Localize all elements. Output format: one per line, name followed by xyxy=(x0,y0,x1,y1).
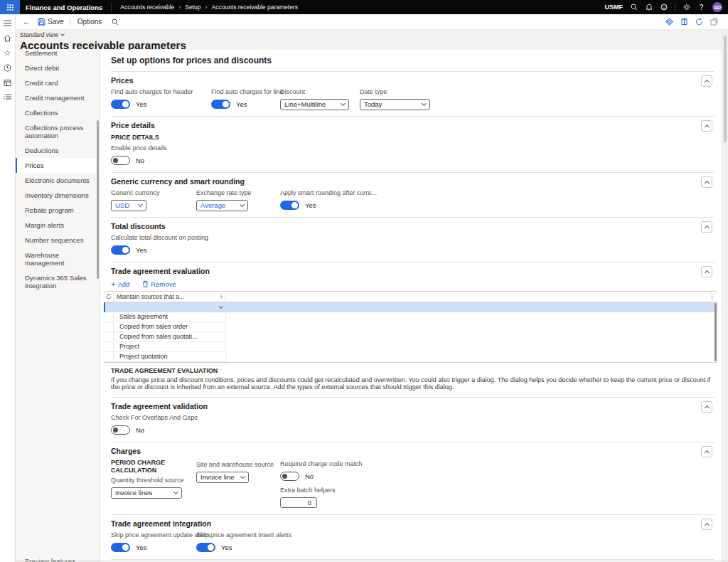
grid-row[interactable]: Project xyxy=(104,342,717,352)
section-title[interactable]: Generic currency and smart rounding xyxy=(111,173,714,189)
refresh-icon[interactable] xyxy=(695,18,703,26)
sidebar-item-prices[interactable]: Prices xyxy=(16,158,100,173)
grid-column-header[interactable]: Maintain sources that a... ↑ xyxy=(114,292,226,302)
sidebar-item-collections-process-automation[interactable]: Collections process automation xyxy=(16,120,100,143)
site-warehouse-source-select[interactable]: Invoice line xyxy=(196,472,249,483)
breadcrumb-page[interactable]: Accounts receivable parameters xyxy=(212,4,298,11)
modules-list-icon[interactable] xyxy=(4,93,12,102)
sidebar-item-settlement[interactable]: Settlement xyxy=(16,50,100,60)
alerts-bell-icon[interactable] xyxy=(645,4,653,11)
section-title[interactable]: Trade agreement validation xyxy=(111,398,714,414)
remove-button[interactable]: Remove xyxy=(142,280,176,288)
collapse-section-button[interactable] xyxy=(701,401,712,413)
cell-value[interactable]: Project xyxy=(114,342,226,352)
sidebar-item-electronic-documents[interactable]: Electronic documents xyxy=(16,173,100,188)
section-title[interactable]: Charges xyxy=(111,442,714,459)
sidebar-item-collections[interactable]: Collections xyxy=(16,105,100,120)
grid-scrollbar[interactable] xyxy=(714,303,717,361)
calculate-total-discount-toggle[interactable] xyxy=(111,245,130,255)
row-selector[interactable] xyxy=(104,332,114,342)
exchange-rate-type-select[interactable]: Average xyxy=(196,200,248,211)
breadcrumb-module[interactable]: Accounts receivable xyxy=(120,4,174,11)
row-selector[interactable] xyxy=(104,352,114,362)
sidebar-item-margin-alerts[interactable]: Margin alerts xyxy=(16,218,100,233)
page-scrollbar[interactable] xyxy=(722,30,728,562)
row-selector[interactable] xyxy=(104,322,114,332)
cell-value[interactable]: Sales agreement xyxy=(114,312,226,322)
skip-update-alerts-toggle[interactable] xyxy=(111,543,130,552)
required-charge-code-match-toggle[interactable] xyxy=(280,472,299,481)
app-name[interactable]: Finance and Operations xyxy=(26,4,102,11)
back-button[interactable]: ← xyxy=(22,16,31,27)
sidebar-item-warehouse-management[interactable]: Warehouse management xyxy=(16,248,100,270)
row-selector[interactable] xyxy=(104,312,114,322)
hamburger-menu-icon[interactable] xyxy=(4,18,12,27)
sidebar-item-rebate-program[interactable]: Rebate program xyxy=(16,203,100,218)
sidebar-item-deductions[interactable]: Deductions xyxy=(16,143,100,158)
chevron-down-icon[interactable] xyxy=(219,304,223,309)
home-icon[interactable] xyxy=(4,33,12,42)
feedback-smiley-icon[interactable] xyxy=(660,4,668,11)
check-for-overlaps-toggle[interactable] xyxy=(111,425,130,435)
workspaces-icon[interactable] xyxy=(4,78,12,87)
grid-row[interactable]: Copied from sales order xyxy=(104,322,717,332)
search-icon[interactable] xyxy=(112,18,119,26)
recent-clock-icon[interactable] xyxy=(4,63,12,72)
generic-currency-select[interactable]: USD xyxy=(111,200,146,211)
grid-row[interactable]: Sales agreement xyxy=(104,312,717,322)
avatar[interactable]: AD xyxy=(712,2,722,12)
task-guide-icon[interactable] xyxy=(680,18,688,26)
date-type-select[interactable]: Today xyxy=(360,99,430,110)
cell-value[interactable]: Project quotation xyxy=(114,352,226,362)
sidebar-item-number-sequences[interactable]: Number sequences xyxy=(16,233,100,248)
company-selector[interactable]: USMF xyxy=(605,4,623,11)
collapse-section-button[interactable] xyxy=(701,75,712,87)
breadcrumb-area[interactable]: Setup xyxy=(185,4,200,11)
sidebar-item-inventory-dimensions[interactable]: Inventory dimensions xyxy=(16,188,100,203)
section-title[interactable]: Trade agreement evaluation xyxy=(111,263,714,279)
discount-select[interactable]: Line+Multiline xyxy=(280,99,349,110)
save-button[interactable]: Save xyxy=(38,18,64,26)
grid-options-kebab-icon[interactable]: ⋮ xyxy=(709,292,715,299)
section-title[interactable]: Prices xyxy=(111,72,714,88)
sidebar-item-direct-debit[interactable]: Direct debit xyxy=(16,60,100,75)
grid-row-selected[interactable] xyxy=(104,302,717,312)
section-title[interactable]: Total discounts xyxy=(111,218,714,234)
sidebar-scrollbar[interactable] xyxy=(97,120,99,279)
open-in-new-window-icon[interactable] xyxy=(710,18,718,26)
collapse-section-button[interactable] xyxy=(701,519,712,530)
favorites-star-icon[interactable]: ☆ xyxy=(4,48,12,57)
cell-value[interactable]: Copied from sales quotati... xyxy=(114,332,226,342)
collapse-section-button[interactable] xyxy=(701,120,712,132)
grid-refresh-icon[interactable] xyxy=(104,292,114,302)
add-button[interactable]: +Add xyxy=(111,280,129,288)
extra-batch-helpers-input[interactable] xyxy=(280,497,317,508)
skip-insert-alerts-toggle[interactable] xyxy=(196,543,215,552)
sidebar-item-credit-card[interactable]: Credit card xyxy=(16,75,100,90)
find-auto-charges-header-toggle[interactable] xyxy=(111,100,130,109)
collapse-section-button[interactable] xyxy=(701,221,712,233)
app-launcher-icon[interactable] xyxy=(0,0,20,14)
section-title[interactable]: Price details xyxy=(111,117,714,133)
enable-price-details-toggle[interactable] xyxy=(111,156,130,165)
collapse-section-button[interactable] xyxy=(701,176,712,188)
search-icon[interactable] xyxy=(630,4,638,11)
section-title[interactable]: Trade agreement integration xyxy=(111,515,714,531)
collapse-section-button[interactable] xyxy=(701,266,712,277)
find-auto-charges-line-toggle[interactable] xyxy=(211,100,230,109)
help-icon[interactable]: ? xyxy=(697,4,705,11)
settings-gear-icon[interactable] xyxy=(682,4,690,11)
view-selector[interactable]: Standard view xyxy=(20,31,722,38)
grid-row[interactable]: Copied from sales quotati... xyxy=(104,332,717,342)
collapse-section-button[interactable] xyxy=(701,446,712,457)
cell-value[interactable]: Copied from sales order xyxy=(114,322,226,332)
sidebar-item-credit-management[interactable]: Credit management xyxy=(16,90,100,105)
quantity-threshold-source-select[interactable]: Invoice lines xyxy=(111,487,182,499)
apply-smart-rounding-toggle[interactable] xyxy=(280,201,299,210)
row-selector[interactable] xyxy=(104,342,114,352)
options-button[interactable]: Options xyxy=(77,18,102,26)
grid-cell-editable[interactable] xyxy=(114,302,226,312)
sidebar-item-dynamics-365-sales-integration[interactable]: Dynamics 365 Sales integration xyxy=(16,270,100,293)
copilot-icon[interactable] xyxy=(665,18,673,26)
grid-row[interactable]: Project quotation xyxy=(104,352,717,362)
